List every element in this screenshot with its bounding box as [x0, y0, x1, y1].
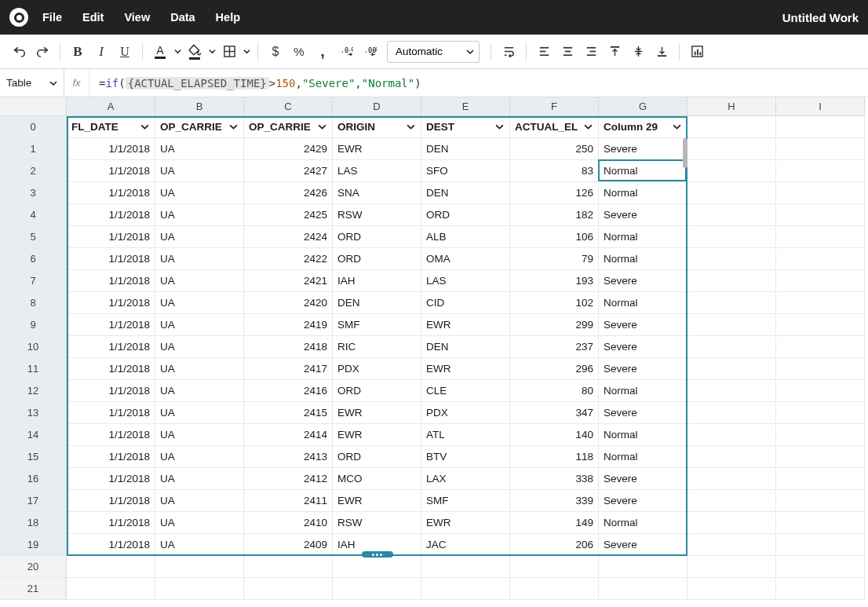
cell[interactable]: UA	[155, 138, 244, 160]
percent-button[interactable]: %	[288, 41, 310, 63]
cell[interactable]: 1/1/2018	[67, 226, 155, 248]
cell[interactable]: 1/1/2018	[67, 468, 155, 490]
cell[interactable]: 118	[510, 446, 599, 468]
cell[interactable]: 2426	[244, 182, 333, 204]
cell[interactable]: UA	[155, 160, 244, 182]
cell[interactable]: 1/1/2018	[67, 204, 155, 226]
cell[interactable]	[599, 578, 687, 600]
cell[interactable]: 2415	[244, 402, 333, 424]
cell[interactable]: 1/1/2018	[67, 380, 155, 402]
cell[interactable]	[510, 556, 599, 578]
cell[interactable]: UA	[155, 534, 244, 556]
wrap-text-button[interactable]	[498, 41, 520, 63]
cell[interactable]: Normal	[599, 226, 687, 248]
align-center-button[interactable]	[556, 41, 578, 63]
table-header-cell[interactable]: ORIGIN	[333, 116, 421, 138]
cell[interactable]	[244, 578, 333, 600]
cell[interactable]: Severe	[599, 204, 687, 226]
cell[interactable]	[421, 556, 510, 578]
text-color-button[interactable]: A	[149, 41, 171, 63]
row-header[interactable]: 7	[0, 270, 67, 292]
cell[interactable]: Normal	[599, 380, 687, 402]
cell[interactable]	[776, 358, 865, 380]
borders-caret[interactable]	[242, 48, 251, 55]
cell[interactable]: 2414	[244, 424, 333, 446]
cell[interactable]: Severe	[599, 314, 687, 336]
table-header-cell[interactable]: OP_CARRIE	[155, 116, 244, 138]
cell[interactable]	[687, 226, 776, 248]
row-header[interactable]: 5	[0, 226, 67, 248]
cell[interactable]	[687, 116, 776, 138]
cell[interactable]	[687, 336, 776, 358]
cell[interactable]: IAH	[333, 270, 421, 292]
currency-button[interactable]: $	[264, 41, 286, 63]
row-header[interactable]: 15	[0, 446, 67, 468]
cell[interactable]	[244, 556, 333, 578]
column-filter-chevron[interactable]	[671, 122, 682, 131]
column-filter-chevron[interactable]	[494, 122, 505, 131]
cell[interactable]: 2411	[244, 490, 333, 512]
cell[interactable]	[687, 402, 776, 424]
row-header[interactable]: 21	[0, 578, 67, 600]
cell[interactable]: UA	[155, 336, 244, 358]
select-all-corner[interactable]	[0, 97, 67, 116]
cell[interactable]: CID	[421, 292, 510, 314]
cell[interactable]: 102	[510, 292, 599, 314]
cell[interactable]	[687, 446, 776, 468]
cell[interactable]: ATL	[421, 424, 510, 446]
row-header[interactable]: 4	[0, 204, 67, 226]
redo-button[interactable]	[31, 41, 53, 63]
row-header[interactable]: 11	[0, 358, 67, 380]
column-header[interactable]: D	[333, 97, 421, 116]
cell[interactable]: EWR	[333, 402, 421, 424]
cell[interactable]: SFO	[421, 160, 510, 182]
table-header-cell[interactable]: Column 29	[599, 116, 687, 138]
table-scrollbar-thumb[interactable]	[683, 138, 687, 168]
cell[interactable]: EWR	[333, 138, 421, 160]
cell[interactable]	[687, 578, 776, 600]
cell[interactable]: SMF	[333, 314, 421, 336]
name-box[interactable]: Table	[0, 69, 64, 97]
row-header[interactable]: 19	[0, 534, 67, 556]
column-header[interactable]: A	[67, 97, 155, 116]
cell[interactable]: 182	[510, 204, 599, 226]
cell[interactable]: 250	[510, 138, 599, 160]
table-header-cell[interactable]: ACTUAL_EL	[510, 116, 599, 138]
row-header[interactable]: 20	[0, 556, 67, 578]
cell[interactable]: ALB	[421, 226, 510, 248]
cell[interactable]	[776, 248, 865, 270]
borders-button[interactable]	[218, 41, 240, 63]
cell[interactable]: 2422	[244, 248, 333, 270]
row-header[interactable]: 16	[0, 468, 67, 490]
cell[interactable]	[687, 490, 776, 512]
cell[interactable]: 126	[510, 182, 599, 204]
cell[interactable]: 1/1/2018	[67, 424, 155, 446]
cell[interactable]	[687, 358, 776, 380]
cell[interactable]: 1/1/2018	[67, 160, 155, 182]
cell[interactable]: OMA	[421, 248, 510, 270]
cell[interactable]: 1/1/2018	[67, 512, 155, 534]
cell[interactable]: 1/1/2018	[67, 182, 155, 204]
cell[interactable]: DEN	[421, 182, 510, 204]
cell[interactable]	[776, 556, 865, 578]
cell[interactable]: 2429	[244, 138, 333, 160]
cell[interactable]: UA	[155, 512, 244, 534]
cell[interactable]: 338	[510, 468, 599, 490]
cell[interactable]: UA	[155, 270, 244, 292]
cell[interactable]: 2412	[244, 468, 333, 490]
row-header[interactable]: 0	[0, 116, 67, 138]
cell[interactable]: 1/1/2018	[67, 402, 155, 424]
row-header[interactable]: 12	[0, 380, 67, 402]
column-filter-chevron[interactable]	[139, 122, 150, 131]
cell[interactable]: ORD	[333, 248, 421, 270]
cell[interactable]: JAC	[421, 534, 510, 556]
cell[interactable]: 106	[510, 226, 599, 248]
cell[interactable]: 193	[510, 270, 599, 292]
menu-file[interactable]: File	[42, 11, 62, 24]
column-header[interactable]: H	[687, 97, 776, 116]
cell[interactable]: EWR	[421, 314, 510, 336]
cell[interactable]: 1/1/2018	[67, 534, 155, 556]
align-top-button[interactable]	[604, 41, 625, 63]
cell[interactable]: UA	[155, 204, 244, 226]
cell[interactable]: LAX	[421, 468, 510, 490]
